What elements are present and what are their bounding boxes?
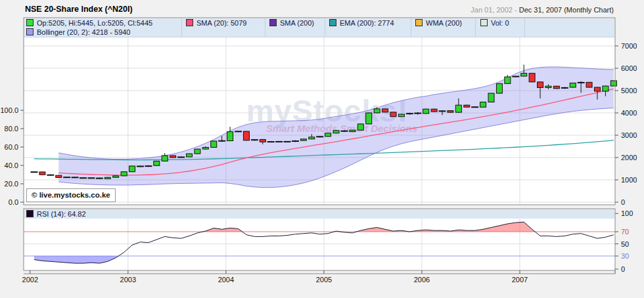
candle-up	[104, 177, 110, 179]
legend-divider	[411, 18, 411, 37]
legend-divider	[265, 18, 265, 37]
x-axis-year-label: 2003	[120, 276, 136, 284]
right-axis-tick-label: 5000	[621, 87, 637, 95]
candle-up	[113, 176, 119, 177]
legend-item-bollinger: Bollinger (20, 2): 4218 - 5940	[26, 28, 130, 37]
vol-swatch-icon	[480, 19, 488, 26]
legend-item-wma200: WMA (200)	[415, 18, 462, 28]
candle-down	[464, 105, 470, 107]
doji-dash	[80, 177, 87, 179]
date-range: Jan 01, 2002 - Dec 31, 2007 (Monthly Cha…	[471, 6, 614, 14]
chart-canvas: myStocks!Smart Methods Smart Decisions01…	[0, 0, 644, 298]
doji-dash	[340, 131, 348, 132]
x-axis-year-label: 2002	[22, 276, 38, 284]
rsi-axis-tick-label: 50	[621, 240, 629, 248]
left-axis-tick-label: 20.0	[5, 180, 18, 188]
candle-down	[56, 175, 62, 177]
x-axis: 200220032004200520062007	[22, 270, 615, 284]
rsi-legend-strip: RSI (14): 64.82	[24, 209, 614, 219]
doji-dash	[578, 82, 585, 83]
rsi-axis-tick-label: 30	[621, 252, 629, 260]
x-axis-year-label: 2004	[218, 276, 234, 284]
candle-up	[227, 132, 233, 141]
doji-dash	[561, 87, 568, 89]
left-axis: 0.020.040.060.080.0100.0	[0, 106, 24, 206]
doji-dash	[177, 156, 185, 158]
stock-chart-page: myStocks!Smart Methods Smart Decisions01…	[0, 0, 644, 298]
doji-dash	[145, 165, 152, 167]
candle-up	[610, 81, 616, 86]
indicator-legend-strip: Op:5205, Hi:5445, Lo:5205, Cl:5445 SMA (…	[24, 18, 614, 37]
candle-up	[488, 93, 494, 102]
legend-item-label: Bollinger (20, 2): 4218 - 5940	[37, 28, 130, 36]
left-axis-tick-label: 100.0	[0, 106, 18, 114]
doji-dash	[87, 177, 95, 179]
legend-item-rsi: RSI (14): 64.82	[26, 209, 86, 219]
candle-down	[39, 172, 45, 175]
candle-up	[202, 147, 208, 149]
candle-down	[382, 109, 388, 112]
candle-up	[455, 105, 461, 112]
right-axis-tick-label: 0	[621, 198, 625, 206]
doji-dash	[267, 141, 275, 142]
ema200-swatch-icon	[329, 19, 336, 26]
legend-item-label: Vol: 0	[491, 19, 509, 27]
right-axis-tick-label: 2000	[621, 154, 637, 161]
date-range-start: Jan 01, 2002 -	[471, 6, 518, 14]
legend-divider	[325, 18, 325, 37]
candle-up	[129, 166, 135, 172]
doji-dash	[218, 140, 225, 142]
doji-dash	[284, 141, 291, 142]
candle-down	[538, 82, 543, 88]
candle-up	[325, 133, 331, 137]
candle-up	[309, 137, 315, 139]
legend-divider	[475, 18, 476, 37]
sma20-swatch-icon	[186, 19, 193, 26]
right-axis-tick-label: 1000	[621, 176, 637, 184]
legend-item-sma200: SMA (200)	[269, 18, 314, 28]
legend-divider	[181, 18, 182, 37]
candle-down	[586, 82, 592, 87]
legend-item-label: EMA (200): 2774	[340, 19, 394, 27]
legend-item-label: WMA (200)	[426, 19, 462, 27]
candle-up	[162, 156, 168, 161]
candle-up	[545, 86, 551, 87]
legend-item-sma20: SMA (20): 5079	[186, 18, 246, 28]
doji-dash	[512, 76, 519, 77]
doji-dash	[439, 110, 446, 112]
candle-down	[170, 156, 176, 158]
doji-dash	[316, 136, 323, 137]
doji-dash	[72, 177, 79, 178]
candle-up	[154, 161, 160, 165]
candle-up	[300, 139, 306, 140]
candle-down	[448, 111, 453, 113]
candle-up	[333, 131, 339, 133]
x-axis-year-label: 2007	[512, 276, 528, 284]
doji-dash	[275, 141, 283, 142]
rsi-axis: 1007050300	[615, 209, 633, 273]
right-axis-tick-label: 7000	[621, 42, 637, 50]
legend-item-vol: Vol: 0	[480, 18, 509, 28]
candle-down	[594, 87, 600, 91]
right-axis: 01000200030004000500060007000	[615, 42, 637, 206]
doji-dash	[414, 113, 421, 114]
doji-dash	[31, 171, 38, 173]
rsi-axis-tick-label: 0	[621, 265, 625, 273]
legend-item-price: Op:5205, Hi:5445, Lo:5205, Cl:5445	[26, 18, 152, 28]
candle-up	[366, 113, 372, 124]
candle-up	[195, 149, 200, 154]
left-axis-tick-label: 40.0	[5, 161, 18, 169]
x-axis-year-label: 2005	[316, 276, 332, 284]
candle-up	[121, 172, 127, 176]
candle-up	[570, 83, 576, 87]
candle-down	[431, 109, 437, 112]
doji-dash	[63, 177, 70, 178]
candle-down	[529, 74, 535, 82]
doji-dash	[292, 140, 299, 142]
bollinger-swatch-icon	[26, 28, 34, 35]
right-axis-tick-label: 3000	[621, 131, 637, 139]
candle-down	[243, 131, 249, 140]
doji-dash	[406, 113, 413, 114]
candle-down	[390, 112, 396, 117]
candle-up	[496, 83, 502, 93]
